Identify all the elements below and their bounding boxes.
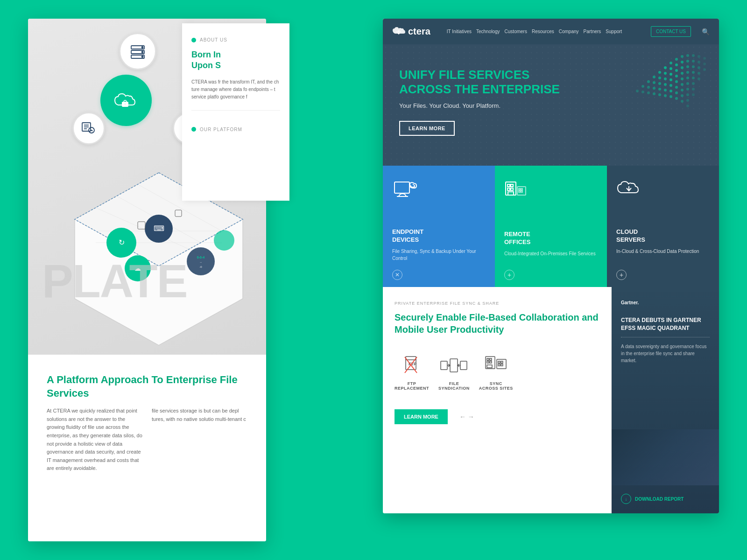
- file-syn-icon-item: FILESYNDICATION: [438, 354, 470, 391]
- search-icon[interactable]: 🔍: [702, 28, 710, 35]
- svg-rect-138: [487, 365, 492, 368]
- download-report-button[interactable]: ↓ DOWNLOAD REPORT: [621, 494, 684, 504]
- svg-point-101: [692, 88, 695, 91]
- svg-point-39: [641, 85, 644, 88]
- svg-rect-121: [521, 191, 522, 192]
- platform-watermark: PLATE: [42, 254, 187, 308]
- svg-point-95: [686, 82, 689, 85]
- hero-dots-decoration: [633, 54, 712, 133]
- svg-point-74: [653, 92, 655, 95]
- svg-point-102: [675, 97, 678, 100]
- svg-point-84: [664, 89, 667, 91]
- svg-point-73: [703, 68, 706, 71]
- bottom-text-right: file services storage is but can be depl…: [152, 407, 247, 473]
- svg-point-54: [658, 77, 661, 79]
- remote-icon: [504, 180, 598, 205]
- cloud-lock-circle: [100, 75, 152, 126]
- svg-point-42: [658, 71, 661, 74]
- endpoint-close-button[interactable]: ✕: [392, 270, 402, 280]
- gartner-body: A data sovereignty and governance focus …: [621, 343, 710, 364]
- file-syn-label: FILESYNDICATION: [438, 381, 470, 391]
- bottom-heading: A Platform Approach To Enterprise File S…: [47, 373, 247, 400]
- about-label-text: ABOUT US: [200, 37, 227, 42]
- svg-point-92: [669, 90, 672, 92]
- ftp-icon-item: FTP FTPREPLACEMENT: [395, 354, 429, 391]
- download-label: DOWNLOAD REPORT: [635, 497, 684, 502]
- svg-rect-109: [395, 182, 409, 193]
- svg-point-46: [681, 55, 684, 58]
- svg-point-44: [669, 62, 672, 64]
- about-heading: Born In Upon S: [191, 49, 280, 71]
- nav-links: IT Initiatives Technology Customers Reso…: [447, 29, 644, 34]
- svg-point-76: [664, 83, 667, 86]
- ftp-label: FTPREPLACEMENT: [395, 381, 429, 391]
- svg-point-88: [686, 77, 689, 79]
- svg-point-67: [669, 73, 672, 76]
- svg-point-99: [681, 89, 684, 91]
- svg-point-66: [664, 77, 667, 80]
- svg-point-81: [692, 71, 695, 74]
- svg-text:⌨: ⌨: [154, 224, 164, 232]
- svg-point-53: [653, 81, 655, 84]
- nav-link-it[interactable]: IT Initiatives: [447, 29, 472, 34]
- svg-point-45: [675, 58, 678, 61]
- svg-point-26: [142, 56, 143, 57]
- svg-point-87: [681, 77, 684, 80]
- svg-point-75: [658, 88, 661, 91]
- svg-point-20: [214, 230, 234, 251]
- svg-point-96: [692, 82, 695, 85]
- remote-title: REMOTEOFFICES: [504, 231, 598, 246]
- sync-icon: [484, 354, 507, 378]
- svg-point-80: [686, 71, 689, 74]
- svg-point-70: [686, 65, 689, 68]
- remote-card: REMOTEOFFICES Cloud-Integrated On-Premis…: [495, 166, 607, 287]
- svg-point-40: [647, 80, 650, 83]
- svg-point-105: [692, 93, 695, 96]
- svg-rect-119: [521, 189, 522, 190]
- svg-point-48: [692, 54, 695, 57]
- nav-link-customers[interactable]: Customers: [505, 29, 527, 34]
- svg-rect-141: [501, 361, 503, 363]
- nav-link-partners[interactable]: Partners: [584, 29, 601, 34]
- svg-rect-142: [498, 364, 500, 366]
- endpoint-icon: [392, 180, 486, 203]
- svg-rect-116: [508, 192, 514, 195]
- svg-text:0-0-4: 0-0-4: [197, 256, 204, 259]
- svg-point-71: [692, 65, 695, 68]
- svg-point-47: [686, 54, 689, 57]
- svg-point-28: [125, 104, 126, 105]
- right-panel: ctera IT Initiatives Technology Customer…: [383, 19, 719, 513]
- bottom-sections: PRIVATE ENTERPRISE FILE SYNC & SHARE Sec…: [383, 287, 719, 513]
- svg-point-94: [681, 83, 684, 86]
- nav-link-company[interactable]: Company: [559, 29, 579, 34]
- svg-point-62: [703, 63, 706, 65]
- svg-point-60: [692, 60, 695, 63]
- cloud-icon: [616, 180, 710, 203]
- learn-more-button[interactable]: LEARN MORE: [395, 409, 448, 424]
- svg-rect-128: [441, 361, 447, 370]
- about-body: CTERA was fr the transform IT, and the c…: [191, 78, 280, 101]
- logo-icon: [392, 27, 405, 36]
- nav-link-resources[interactable]: Resources: [532, 29, 554, 34]
- svg-point-90: [698, 77, 700, 80]
- cloud-expand-button[interactable]: +: [616, 270, 627, 280]
- feature-icons-row: FTP FTPREPLACEMENT: [395, 347, 599, 398]
- svg-point-89: [692, 77, 695, 79]
- svg-text:-0: -0: [199, 266, 202, 268]
- remote-expand-button[interactable]: +: [504, 270, 514, 280]
- nav-link-support[interactable]: Support: [606, 29, 622, 34]
- svg-point-100: [686, 88, 689, 91]
- contact-us-button[interactable]: CONTACT US: [651, 26, 691, 37]
- svg-text:→: →: [199, 261, 202, 264]
- our-platform-dot: [191, 127, 196, 132]
- svg-rect-114: [507, 188, 510, 190]
- gartner-divider: [621, 337, 710, 337]
- hero-learn-more-button[interactable]: LEARN MORE: [399, 121, 455, 136]
- svg-point-104: [686, 93, 689, 96]
- svg-point-83: [658, 93, 661, 96]
- sync-icon-item: SYNCACROSS SITES: [479, 354, 513, 391]
- svg-point-41: [653, 76, 655, 78]
- nav-arrows[interactable]: ← →: [459, 413, 474, 420]
- nav-link-tech[interactable]: Technology: [476, 29, 500, 34]
- svg-point-85: [669, 84, 672, 87]
